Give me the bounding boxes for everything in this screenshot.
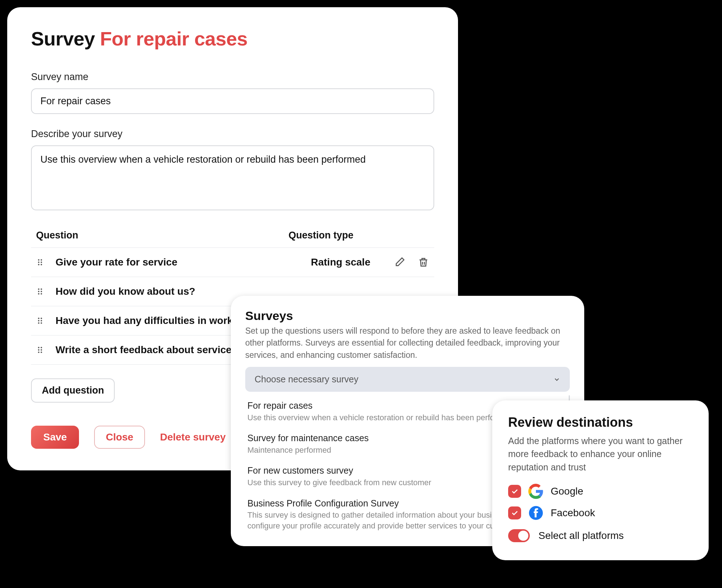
survey-describe-label: Describe your survey bbox=[31, 128, 434, 140]
facebook-icon bbox=[528, 505, 543, 521]
question-type: Rating scale bbox=[311, 256, 394, 268]
svg-point-11 bbox=[41, 293, 42, 294]
questions-header-question: Question bbox=[36, 230, 289, 241]
survey-title-prefix: Survey bbox=[31, 27, 95, 50]
google-icon bbox=[528, 484, 543, 499]
survey-select[interactable]: Choose necessary survey bbox=[245, 367, 570, 392]
svg-point-20 bbox=[38, 349, 39, 351]
destinations-title: Review destinations bbox=[508, 415, 693, 430]
question-text: Give your rate for service bbox=[56, 256, 311, 268]
destination-label: Facebook bbox=[551, 507, 595, 519]
svg-point-9 bbox=[41, 291, 42, 292]
svg-point-16 bbox=[38, 322, 39, 324]
svg-point-10 bbox=[38, 293, 39, 294]
survey-describe-field: Describe your survey Use this overview w… bbox=[31, 128, 434, 212]
survey-title-name: For repair cases bbox=[100, 27, 247, 50]
destinations-description: Add the platforms where you want to gath… bbox=[508, 434, 693, 474]
svg-point-22 bbox=[38, 351, 39, 353]
survey-name-input[interactable] bbox=[31, 88, 434, 114]
svg-point-12 bbox=[38, 318, 39, 319]
close-button[interactable]: Close bbox=[94, 426, 145, 449]
svg-point-15 bbox=[41, 320, 42, 321]
svg-point-18 bbox=[38, 347, 39, 348]
questions-header: Question Question type bbox=[31, 226, 434, 247]
survey-describe-input[interactable]: Use this overview when a vehicle restora… bbox=[31, 145, 434, 210]
svg-point-13 bbox=[41, 318, 42, 319]
question-row: Give your rate for service Rating scale bbox=[31, 247, 434, 277]
survey-select-placeholder: Choose necessary survey bbox=[255, 374, 358, 385]
destination-checkbox[interactable] bbox=[508, 506, 521, 519]
survey-name-field: Survey name bbox=[31, 71, 434, 114]
drag-handle-icon[interactable] bbox=[36, 288, 44, 295]
svg-point-17 bbox=[41, 322, 42, 324]
destination-row: Facebook bbox=[508, 505, 693, 521]
select-all-toggle[interactable] bbox=[508, 529, 530, 542]
survey-name-label: Survey name bbox=[31, 71, 434, 83]
destination-row: Google bbox=[508, 484, 693, 499]
svg-point-3 bbox=[41, 262, 42, 263]
select-all-row: Select all platforms bbox=[508, 529, 693, 542]
svg-point-2 bbox=[38, 262, 39, 263]
drag-handle-icon[interactable] bbox=[36, 258, 44, 266]
drag-handle-icon[interactable] bbox=[36, 317, 44, 325]
svg-point-19 bbox=[41, 347, 42, 348]
delete-survey-button[interactable]: Delete survey bbox=[160, 431, 226, 443]
survey-title-row: Survey For repair cases bbox=[31, 27, 434, 50]
svg-point-0 bbox=[38, 259, 39, 261]
add-question-button[interactable]: Add question bbox=[31, 378, 115, 403]
svg-point-8 bbox=[38, 291, 39, 292]
edit-icon[interactable] bbox=[394, 256, 405, 268]
picker-description: Set up the questions users will respond … bbox=[245, 325, 570, 361]
svg-point-7 bbox=[41, 289, 42, 290]
destination-label: Google bbox=[551, 486, 583, 497]
svg-point-21 bbox=[41, 349, 42, 351]
svg-point-4 bbox=[38, 264, 39, 265]
svg-point-1 bbox=[41, 259, 42, 261]
review-destinations-card: Review destinations Add the platforms wh… bbox=[492, 400, 709, 560]
svg-point-23 bbox=[41, 351, 42, 353]
delete-icon[interactable] bbox=[418, 256, 429, 268]
svg-point-5 bbox=[41, 264, 42, 265]
chevron-down-icon bbox=[553, 376, 560, 383]
svg-point-6 bbox=[38, 289, 39, 290]
save-button[interactable]: Save bbox=[31, 426, 79, 449]
svg-point-14 bbox=[38, 320, 39, 321]
destination-checkbox[interactable] bbox=[508, 485, 521, 498]
drag-handle-icon[interactable] bbox=[36, 346, 44, 354]
questions-header-type: Question type bbox=[289, 230, 429, 241]
picker-title: Surveys bbox=[245, 309, 570, 323]
select-all-label: Select all platforms bbox=[538, 530, 624, 541]
